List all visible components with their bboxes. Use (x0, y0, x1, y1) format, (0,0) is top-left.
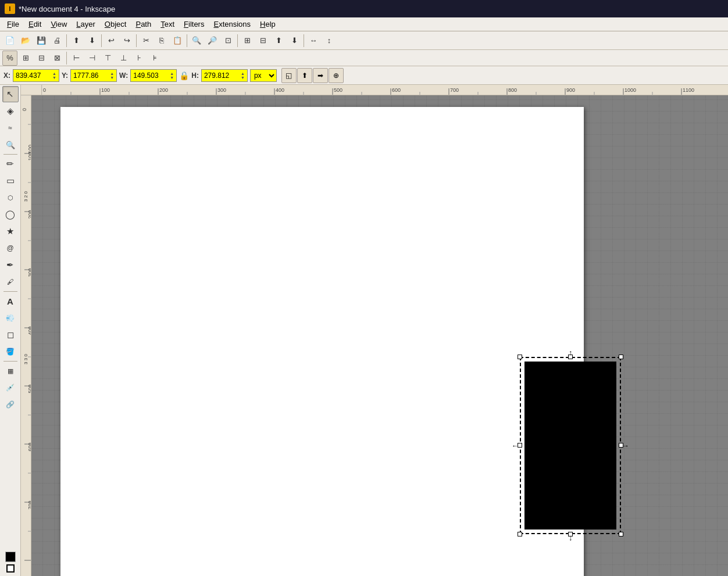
lower-button[interactable]: ⬇ (287, 33, 302, 48)
svg-text:800: 800 (508, 87, 517, 93)
flip-h-button[interactable]: ↔ (306, 33, 321, 48)
spiral-tool[interactable]: @ (2, 240, 19, 256)
menu-filters[interactable]: Filters (179, 19, 209, 30)
cut-button[interactable]: ✂ (138, 33, 154, 48)
h-input[interactable] (204, 71, 239, 80)
menu-extensions[interactable]: Extensions (209, 19, 255, 30)
zoom-tool[interactable]: 🔍 (2, 137, 19, 153)
y-label: Y: (62, 71, 68, 80)
sep3 (136, 34, 137, 47)
transform-top[interactable]: ⬆ (297, 68, 312, 83)
select-tool[interactable]: ↖ (2, 86, 19, 102)
paste-button[interactable]: 📋 (170, 33, 185, 48)
ruler-row: 0 100 200 300 400 500 600 700 80 (21, 85, 728, 95)
y-up[interactable]: ▲ (110, 71, 114, 76)
h-label: H: (191, 71, 199, 80)
menu-help[interactable]: Help (255, 19, 280, 30)
svg-text:200: 200 (159, 87, 168, 93)
zoom-out-button[interactable]: 🔎 (205, 33, 220, 48)
bezier-tool[interactable]: ✒ (2, 257, 19, 273)
zoom-in-button[interactable]: 🔍 (189, 33, 204, 48)
selected-object[interactable] (524, 362, 616, 530)
sep2 (101, 34, 102, 47)
h-down[interactable]: ▼ (241, 76, 245, 80)
handle-tl[interactable] (518, 355, 522, 359)
flip-v-button[interactable]: ↕ (322, 33, 337, 48)
rect-tool[interactable]: ▭ (2, 173, 19, 189)
snap-align1[interactable]: ⊢ (69, 51, 84, 66)
w-down[interactable]: ▼ (170, 76, 174, 80)
snap-bbox[interactable]: ⊞ (18, 51, 33, 66)
x-input[interactable] (16, 71, 51, 80)
svg-text:400: 400 (276, 87, 284, 93)
y-input[interactable] (73, 71, 108, 80)
lock-proportions-icon[interactable]: 🔒 (179, 71, 189, 80)
print-button[interactable]: 🖨 (49, 33, 65, 48)
unit-select[interactable]: px mm cm in (250, 69, 277, 82)
menu-edit[interactable]: Edit (24, 19, 46, 30)
h-up[interactable]: ▲ (241, 71, 245, 76)
handle-bl[interactable] (518, 532, 522, 536)
zoom-fit-button[interactable]: ⊡ (220, 33, 235, 48)
menu-view[interactable]: View (46, 19, 72, 30)
y-down[interactable]: ▼ (110, 76, 114, 80)
tweak-tool[interactable]: ≈ (2, 120, 19, 136)
menubar: File Edit View Layer Object Path Text Fi… (0, 17, 728, 31)
h-spinner: ▲ ▼ (241, 71, 245, 80)
eraser-tool[interactable]: ◻ (2, 327, 19, 343)
snap-align5[interactable]: ⊦ (131, 51, 147, 66)
canvas-with-rulers: 0 100 200 300 400 500 600 700 80 (21, 85, 728, 576)
transform-buttons: ◱ ⬆ ➡ ⊕ (281, 68, 344, 83)
menu-file[interactable]: File (2, 19, 24, 30)
snap-toggle[interactable]: % (2, 51, 17, 66)
w-input[interactable] (133, 71, 168, 80)
handle-tr[interactable] (619, 355, 623, 359)
star-tool[interactable]: ★ (2, 223, 19, 239)
bucket-tool[interactable]: 🪣 (2, 344, 19, 360)
gradient-tool[interactable]: ▦ (2, 363, 19, 379)
box3d-tool[interactable]: ⬡ (2, 189, 19, 206)
snap-align4[interactable]: ⊥ (116, 51, 131, 66)
group-button[interactable]: ⊞ (240, 33, 255, 48)
undo-button[interactable]: ↩ (104, 33, 119, 48)
save-button[interactable]: 💾 (34, 33, 49, 48)
snap-align3[interactable]: ⊤ (100, 51, 115, 66)
import-button[interactable]: ⬆ (69, 33, 84, 48)
y-spinner: ▲ ▼ (110, 71, 114, 80)
text-tool[interactable]: A (2, 293, 19, 309)
snap-toolbar: % ⊞ ⊟ ⊠ ⊢ ⊣ ⊤ ⊥ ⊦ ⊧ (0, 50, 728, 66)
ungroup-button[interactable]: ⊟ (255, 33, 270, 48)
dropper-tool[interactable]: 💉 (2, 380, 19, 396)
node-tool[interactable]: ◈ (2, 103, 19, 119)
snap-guide[interactable]: ⊠ (49, 51, 65, 66)
w-up[interactable]: ▲ (170, 71, 174, 76)
spray-tool[interactable]: 💨 (2, 310, 19, 326)
canvas-area[interactable]: ↑ ↓ ← → (31, 95, 728, 576)
menu-layer[interactable]: Layer (72, 19, 100, 30)
transform-right[interactable]: ➡ (313, 68, 328, 83)
menu-path[interactable]: Path (131, 19, 156, 30)
snap-nodes[interactable]: ⊟ (34, 51, 49, 66)
sep5 (237, 34, 238, 47)
transform-topleft[interactable]: ◱ (281, 68, 297, 83)
snap-align2[interactable]: ⊣ (84, 51, 99, 66)
open-button[interactable]: 📂 (18, 33, 33, 48)
svg-text:700: 700 (450, 87, 459, 93)
snap-align6[interactable]: ⊧ (147, 51, 162, 66)
connector-tool[interactable]: 🔗 (2, 396, 19, 413)
x-up[interactable]: ▲ (52, 71, 56, 76)
x-down[interactable]: ▼ (52, 76, 56, 80)
copy-button[interactable]: ⎘ (154, 33, 169, 48)
calligraphy-tool[interactable]: 🖋 (2, 274, 19, 290)
menu-object[interactable]: Object (100, 19, 131, 30)
redo-button[interactable]: ↪ (119, 33, 134, 48)
raise-button[interactable]: ⬆ (271, 33, 286, 48)
ellipse-tool[interactable]: ◯ (2, 206, 19, 223)
new-button[interactable]: 📄 (2, 33, 17, 48)
svg-text:900: 900 (566, 87, 575, 93)
export-button[interactable]: ⬇ (84, 33, 99, 48)
transform-center[interactable]: ⊕ (329, 68, 344, 83)
handle-br[interactable] (619, 532, 623, 536)
pencil-tool[interactable]: ✏ (2, 156, 19, 172)
menu-text[interactable]: Text (156, 19, 179, 30)
